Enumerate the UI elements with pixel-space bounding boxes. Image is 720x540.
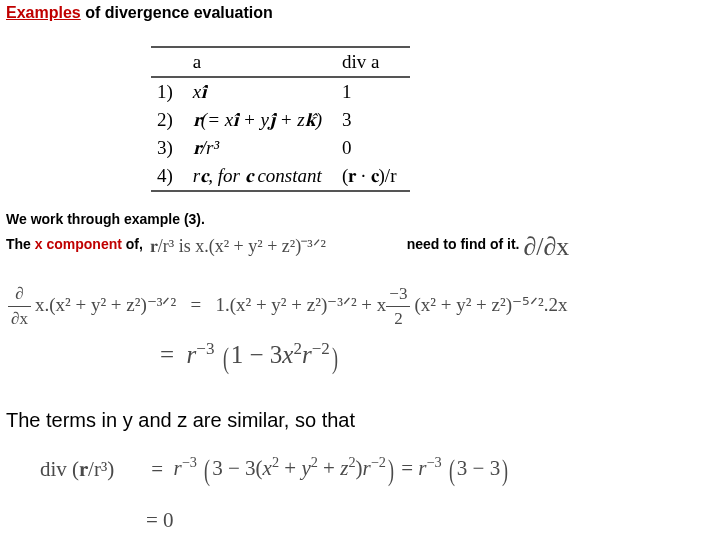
row-div: 3: [336, 106, 411, 134]
frac-3over2: −3 2: [386, 282, 414, 331]
eq1-rhs-a: 1.(x² + y² + z²)⁻³ᐟ² + x: [215, 294, 386, 315]
table-row: 4) r𝐜, for 𝐜 constant (𝐫 · 𝐜)/r: [151, 162, 410, 191]
eq1-rhs-b: (x² + y² + z²)⁻⁵ᐟ².2x: [414, 294, 567, 315]
row-num: 3): [151, 134, 187, 162]
table-row: 2) 𝐫(= x𝐢̂ + y𝐣̂ + z𝐤̂) 3: [151, 106, 410, 134]
eq2-line2: = 0: [146, 504, 174, 538]
row-num: 1): [151, 77, 187, 106]
title-rest: of divergence evaluation: [81, 4, 273, 21]
intro-math: 𝐫/r³ is x.(x² + y² + z²)⁻³ᐟ²: [147, 236, 329, 256]
row-div: 1: [336, 77, 411, 106]
frac-ddx: ∂ ∂x: [8, 282, 35, 331]
row-a: r𝐜, for 𝐜 constant: [187, 162, 336, 191]
eq2-eq: =: [151, 453, 163, 487]
row-a: 𝐫/r³: [187, 134, 336, 162]
intro-line2c: need to find of it.: [407, 236, 524, 252]
row-div: (𝐫 · 𝐜)/r: [336, 162, 411, 191]
row-div: 0: [336, 134, 411, 162]
eq1-line2: = r−3 (1 − 3x2r−2): [160, 341, 340, 368]
eq1-lhs: x.(x² + y² + z²)⁻³ᐟ²: [35, 294, 176, 315]
examples-table: a div a 1) x𝐢̂ 1 2) 𝐫(= x𝐢̂ + y𝐣̂ + z𝐤̂)…: [151, 46, 714, 192]
equation-2: div (𝐫/r³) = r−3 (3 − 3(x2 + y2 + z2)r−2…: [40, 446, 714, 538]
title-highlight: Examples: [6, 4, 81, 21]
intro-line2a: The: [6, 236, 35, 252]
row-a: 𝐫(= x𝐢̂ + y𝐣̂ + z𝐤̂): [187, 106, 336, 134]
worked-intro: We work through example (3). The x compo…: [6, 210, 714, 264]
intro-red: x component: [35, 236, 122, 252]
intro-line1: We work through example (3).: [6, 211, 205, 227]
page-title: Examples of divergence evaluation: [6, 4, 714, 22]
eq2-rhs: r−3 (3 − 3(x2 + y2 + z2)r−2) = r−3 (3 − …: [174, 446, 511, 494]
row-num: 4): [151, 162, 187, 191]
table-row: 3) 𝐫/r³ 0: [151, 134, 410, 162]
table-row: 1) x𝐢̂ 1: [151, 77, 410, 106]
row-num: 2): [151, 106, 187, 134]
eq1-eq: =: [190, 294, 201, 315]
equation-1: ∂ ∂x x.(x² + y² + z²)⁻³ᐟ² = 1.(x² + y² +…: [8, 282, 714, 379]
col-header-div: div a: [336, 47, 411, 77]
document-page: Examples of divergence evaluation a div …: [0, 0, 720, 540]
col-header-a: a: [187, 47, 336, 77]
eq2-lhs: div (𝐫/r³): [40, 453, 146, 487]
partial-operator: ∂/∂x: [523, 232, 569, 261]
row-a: x𝐢̂: [187, 77, 336, 106]
similar-statement: The terms in y and z are similar, so tha…: [6, 409, 714, 432]
intro-line2b: of,: [122, 236, 147, 252]
